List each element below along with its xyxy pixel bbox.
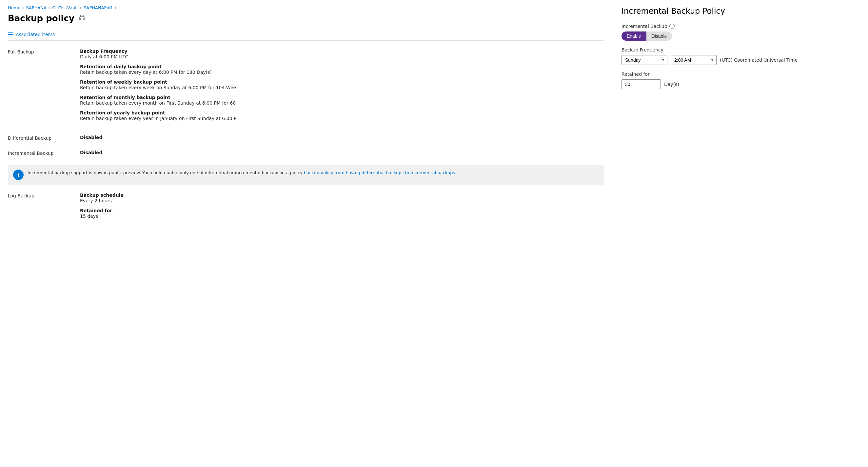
info-message: Incremental backup support is now in pub…: [28, 170, 303, 175]
incremental-backup-label: Incremental Backup: [8, 150, 80, 156]
page-title-row: Backup policy: [8, 13, 604, 23]
associated-items-label: Associated items: [16, 32, 55, 37]
detail-backup-frequency: Backup Frequency Daily at 6:00 PM UTC: [80, 49, 604, 59]
incremental-backup-section: Incremental Backup Disabled: [8, 150, 604, 156]
left-panel: Home › SAPHANA › CLITestVault › SAPHANAP…: [0, 0, 612, 467]
full-backup-label: Full Backup: [8, 49, 80, 126]
detail-label-retention-yearly: Retention of yearly backup point: [80, 110, 604, 115]
backup-frequency-label: Backup Frequency: [621, 47, 859, 53]
breadcrumb: Home › SAPHANA › CLITestVault › SAPHANAP…: [8, 5, 604, 10]
detail-retention-yearly: Retention of yearly backup point Retain …: [80, 110, 604, 121]
detail-value-retention-weekly: Retain backup taken every week on Sunday…: [80, 85, 604, 90]
retained-for-label: Retained for: [621, 71, 859, 77]
detail-value-retention-yearly: Retain backup taken every year in Januar…: [80, 116, 604, 121]
detail-value-retention-daily: Retain backup taken every day at 6:00 PM…: [80, 69, 604, 75]
breadcrumb-sep-1: ›: [22, 5, 24, 10]
freq-controls: Sunday Monday Tuesday Wednesday Thursday…: [621, 55, 859, 65]
backup-frequency-section: Backup Frequency Sunday Monday Tuesday W…: [621, 47, 859, 65]
detail-log-retained: Retained for 15 days: [80, 208, 604, 219]
log-backup-label: Log Backup: [8, 193, 80, 223]
retained-controls: Day(s): [621, 79, 859, 89]
retained-for-section: Retained for Day(s): [621, 71, 859, 89]
incremental-backup-toggle-label: Incremental Backup: [621, 24, 668, 29]
timezone-label: (UTC) Coordinated Universal Time: [720, 57, 798, 63]
detail-backup-schedule: Backup schedule Every 2 hours: [80, 193, 604, 203]
time-select-wrapper: 12:00 AM 1:00 AM 2:00 AM 3:00 AM 4:00 AM…: [671, 55, 717, 65]
breadcrumb-home[interactable]: Home: [8, 5, 20, 10]
differential-backup-section: Differential Backup Disabled: [8, 135, 604, 141]
svg-rect-1: [81, 18, 83, 20]
right-panel: Incremental Backup Policy Incremental Ba…: [612, 0, 868, 467]
page-title: Backup policy: [8, 13, 74, 23]
detail-label-log-retained: Retained for: [80, 208, 604, 213]
log-backup-content: Backup schedule Every 2 hours Retained f…: [80, 193, 604, 223]
incremental-backup-toggle-group: Enable Disable: [621, 31, 859, 41]
breadcrumb-vault[interactable]: CLITestVault: [52, 5, 78, 10]
detail-retention-daily: Retention of daily backup point Retain b…: [80, 64, 604, 75]
days-label: Day(s): [664, 82, 679, 87]
breadcrumb-sep-4: ›: [115, 5, 117, 10]
info-link[interactable]: backup policy from having differential b…: [304, 170, 456, 175]
differential-backup-label: Differential Backup: [8, 135, 80, 141]
incremental-backup-info-icon[interactable]: i: [669, 24, 675, 29]
list-icon: [8, 32, 13, 36]
detail-label-backup-frequency: Backup Frequency: [80, 49, 604, 54]
full-backup-content: Backup Frequency Daily at 6:00 PM UTC Re…: [80, 49, 604, 126]
log-backup-section: Log Backup Backup schedule Every 2 hours…: [8, 193, 604, 223]
time-select[interactable]: 12:00 AM 1:00 AM 2:00 AM 3:00 AM 4:00 AM…: [671, 55, 717, 65]
incremental-backup-content: Disabled: [80, 150, 604, 156]
detail-retention-weekly: Retention of weekly backup point Retain …: [80, 79, 604, 90]
info-banner: i Incremental backup support is now in p…: [8, 165, 604, 185]
day-select-wrapper: Sunday Monday Tuesday Wednesday Thursday…: [621, 55, 668, 65]
incremental-backup-status: Disabled: [80, 150, 604, 155]
detail-label-retention-daily: Retention of daily backup point: [80, 64, 604, 69]
differential-backup-content: Disabled: [80, 135, 604, 141]
breadcrumb-sep-3: ›: [80, 5, 82, 10]
incremental-backup-field-label: Incremental Backup i: [621, 24, 859, 29]
day-select[interactable]: Sunday Monday Tuesday Wednesday Thursday…: [621, 55, 668, 65]
detail-value-backup-frequency: Daily at 6:00 PM UTC: [80, 54, 604, 59]
detail-value-retention-monthly: Retain backup taken every month on First…: [80, 100, 604, 106]
disable-button[interactable]: Disable: [646, 31, 672, 41]
detail-label-retention-weekly: Retention of weekly backup point: [80, 79, 604, 85]
differential-backup-status: Disabled: [80, 135, 604, 140]
retained-for-input[interactable]: [621, 79, 661, 89]
right-panel-title: Incremental Backup Policy: [621, 6, 859, 16]
breadcrumb-sep-2: ›: [49, 5, 50, 10]
info-banner-text: Incremental backup support is now in pub…: [28, 170, 456, 176]
info-icon: i: [13, 170, 24, 180]
detail-value-log-retained: 15 days: [80, 213, 604, 219]
detail-label-backup-schedule: Backup schedule: [80, 193, 604, 198]
detail-label-retention-monthly: Retention of monthly backup point: [80, 95, 604, 100]
breadcrumb-policy[interactable]: SAPHANAPol1: [84, 5, 113, 10]
detail-retention-monthly: Retention of monthly backup point Retain…: [80, 95, 604, 106]
full-backup-section: Full Backup Backup Frequency Daily at 6:…: [8, 49, 604, 126]
print-icon[interactable]: [79, 14, 86, 23]
enable-button[interactable]: Enable: [621, 31, 646, 41]
detail-value-backup-schedule: Every 2 hours: [80, 198, 604, 203]
associated-items-bar[interactable]: Associated items: [8, 29, 604, 41]
breadcrumb-saphana[interactable]: SAPHANA: [26, 5, 47, 10]
